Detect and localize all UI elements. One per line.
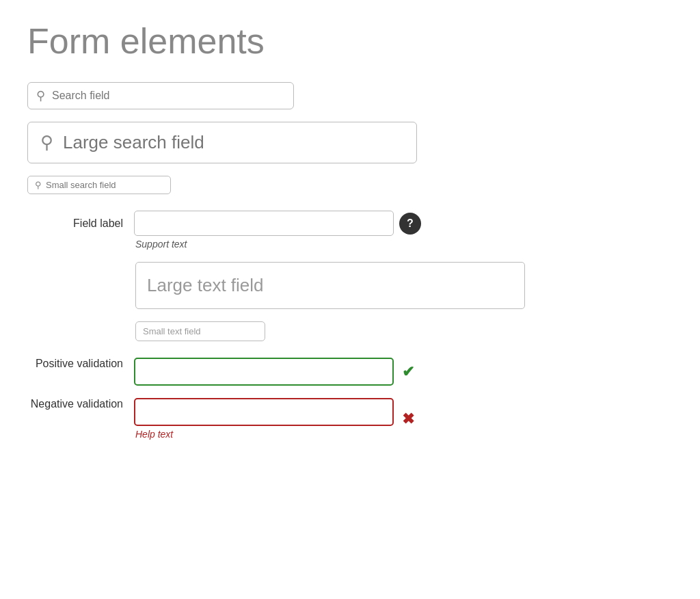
search-field-large: ⚲	[27, 122, 417, 163]
form-container: ⚲ ⚲ ⚲ Field label ? Support text	[27, 82, 656, 440]
checkmark-icon: ✔	[402, 363, 414, 381]
field-label: Field label	[27, 211, 123, 230]
positive-validation-input[interactable]	[134, 358, 394, 386]
negative-validation-wrapper: Help text	[134, 398, 394, 440]
labeled-field-row: Field label ? Support text	[27, 211, 656, 250]
field-with-support: ? Support text	[134, 211, 421, 250]
text-field-large[interactable]	[135, 262, 525, 309]
page-title: Form elements	[27, 21, 673, 62]
negative-validation-row: Negative validation Help text ✖	[27, 398, 656, 440]
labeled-text-input[interactable]	[134, 211, 394, 236]
positive-validation-inner: ✔	[134, 358, 414, 386]
search-icon-small: ⚲	[35, 180, 42, 190]
search-field-normal: ⚲	[27, 82, 294, 109]
cross-icon: ✖	[402, 410, 414, 428]
help-icon[interactable]: ?	[399, 213, 421, 235]
large-text-field-block	[135, 262, 656, 309]
search-field-small: ⚲	[27, 176, 171, 194]
search-input-normal[interactable]	[52, 90, 285, 102]
search-icon-normal: ⚲	[36, 88, 45, 103]
text-input-with-icon: ?	[134, 211, 421, 236]
negative-validation-inner: Help text ✖	[134, 398, 414, 440]
positive-validation-label: Positive validation	[27, 358, 123, 370]
small-text-field-block	[135, 321, 656, 341]
negative-validation-input[interactable]	[134, 398, 394, 426]
search-input-large[interactable]	[63, 132, 404, 153]
search-input-small[interactable]	[46, 180, 163, 190]
support-text: Support text	[135, 239, 421, 250]
negative-validation-label: Negative validation	[27, 398, 123, 410]
help-text: Help text	[135, 429, 394, 440]
search-icon-large: ⚲	[40, 132, 53, 153]
positive-validation-row: Positive validation ✔	[27, 358, 656, 386]
text-field-small[interactable]	[135, 321, 265, 341]
